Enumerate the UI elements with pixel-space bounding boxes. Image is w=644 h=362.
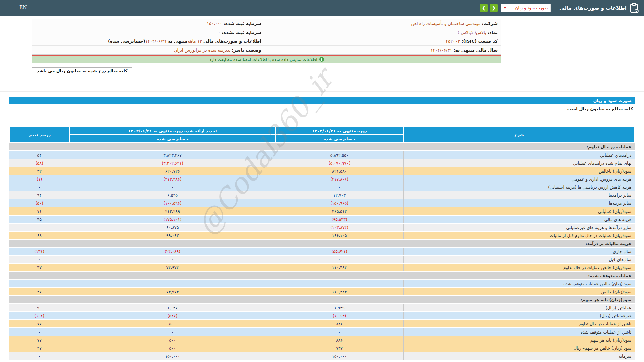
table-row: غیرعملیاتي (ریال)(۱,۰۶۳)(۵۲۷)(۱۰۲)	[9, 312, 635, 320]
row-label: سال‌های قبل	[403, 255, 635, 263]
restated-period-value: ۶۲۰,۷۲۶	[69, 167, 276, 175]
current-period-value: ۸۸۶	[276, 320, 403, 328]
previous-statement-button[interactable]: ❮	[480, 4, 488, 12]
info-icon: i	[319, 57, 324, 62]
restated-period-value: ۰	[69, 255, 276, 263]
current-period-value: ۱۵۰,۰۰۰	[276, 352, 403, 360]
change-percent-value: ۴۷	[9, 344, 69, 352]
section-label: هزینه مالیات بر درآمد:	[9, 239, 635, 247]
change-percent-value: ۴۷	[9, 263, 69, 272]
table-row: سایر درآمدها۱۲,۷۰۳۶,۵۴۵۹۴	[9, 191, 635, 199]
restated-period-value: ۰	[69, 183, 276, 191]
topbar: EN اطلاعات و صورت‌های مالی صورت سود و زی…	[0, 0, 644, 16]
current-period-value: ۱۶۶,۱۰۵	[276, 231, 403, 239]
income-statement-table: شرح دوره منتهی به ۱۴۰۴/۰۶/۳۱ تجدید ارائه…	[9, 126, 635, 360]
info-label: سرمایه ثبت شده:	[223, 21, 261, 26]
change-percent-value: ۳۲	[9, 167, 69, 175]
page-title: اطلاعات و صورت‌های مالی	[559, 5, 627, 11]
row-label: غیرعملیاتي (ریال)	[403, 312, 635, 320]
header-restated-period: تجدید ارائه شده دوره منتهی به ۱۴۰۳/۰۶/۳۱	[69, 127, 276, 135]
section-label: سود(زیان) پایه هر سهم:	[9, 296, 635, 304]
info-value: ۱۵۰,۰۰۰	[207, 21, 222, 26]
row-label: سود (زیان) خالص هر سهم– ریال	[403, 344, 635, 352]
header-current-period: دوره منتهی به ۱۴۰۴/۰۶/۳۱	[276, 127, 403, 135]
row-label: سایر هزینه‌ها	[403, 199, 635, 207]
row-label: سود (زیان) خالص عملیات متوقف شده	[403, 280, 635, 288]
table-row: سود(زیان) عملیاتي۳۶۵,۵۱۲۲۱۳,۲۸۹۷۱	[9, 207, 635, 215]
current-period-value: (۱۰۳,۸۷۴)	[276, 223, 403, 231]
table-row: عملیاتي (ریال)۱,۹۴۹۱,۰۲۷۹۰	[9, 304, 635, 312]
restated-period-value: ۲۱۳,۲۸۹	[69, 207, 276, 215]
current-period-value: ۱۱۰,۴۸۴	[276, 263, 403, 272]
row-label: سود(زیان) خالص عملیات در حال تداوم	[403, 263, 635, 272]
row-label: هزینه های مالی	[403, 215, 635, 223]
change-percent-value: (۵۰)	[9, 199, 69, 207]
restated-period-value: ۱,۰۲۷	[69, 304, 276, 312]
current-period-value: ۰	[276, 328, 403, 336]
restated-period-value: ۷۴,۹۷۴	[69, 288, 276, 296]
info-label: منتهی به	[168, 39, 187, 44]
current-period-value: ۷۳۷	[276, 344, 403, 352]
change-percent-value: ۰	[9, 280, 69, 288]
header-change-percent: درصد تغییر	[9, 127, 69, 143]
info-value: مهندسي ساختمان و تأسیسات راه آهن	[411, 21, 480, 26]
company-info-row: کد صنعت (ISIC):۴۵۲۰۰۲	[265, 37, 501, 46]
current-period-value: ۸۸۶	[276, 336, 403, 344]
section-label: عملیات متوقف شده:	[9, 272, 635, 280]
capital-info-row: اطلاعات و صورت‌های مالی ۱۲ ماهه منتهی به…	[32, 37, 265, 46]
amounts-note-box: کلیه مبالغ درج شده به میلیون ریال می باش…	[32, 67, 132, 74]
language-switch-en[interactable]: EN	[19, 5, 27, 11]
company-info-row: نماد:بالاس( ذبالاس )	[265, 28, 501, 37]
current-period-value: ۰	[276, 255, 403, 263]
table-row: هزینه های مالی(۹۵,۵۳۳)(۱۷۵,۱۰۱)۴۵	[9, 215, 635, 223]
change-percent-value: (۵۸)	[9, 159, 69, 167]
table-row: سایر هزینه‌ها(۱۵۰,۹۶۵)(۱۰۰,۵۹۶)(۵۰)	[9, 199, 635, 207]
change-percent-value: ۰	[9, 255, 69, 263]
current-period-value: ۱۲,۷۰۳	[276, 191, 403, 199]
statement-type-dropdown[interactable]: صورت سود و زیان ▾	[501, 4, 551, 12]
next-statement-button[interactable]: ❯	[490, 4, 498, 12]
current-period-value: (۹۵,۵۳۳)	[276, 215, 403, 223]
row-label: سود(زیان) عملیاتي	[403, 207, 635, 215]
change-percent-value: ۴۷	[9, 288, 69, 296]
table-row: سود (زیان) خالص عملیات متوقف شده۰۰۰	[9, 280, 635, 288]
table-row: سرمایه۱۵۰,۰۰۰۱۵۰,۰۰۰۰	[9, 352, 635, 360]
current-period-value: ۳۶۵,۵۱۲	[276, 207, 403, 215]
info-value: ۴۵۲۰۰۲	[446, 39, 460, 44]
restated-period-value: ۱۵۰,۰۰۰	[69, 352, 276, 360]
row-label: سود(زیان) ناخالص	[403, 167, 635, 175]
info-label: نماد:	[488, 30, 498, 35]
company-info-row: سال مالی منتهی به:۱۴۰۴/۰۶/۳۱	[265, 46, 501, 54]
current-period-value: ۸۲۱,۵۸۰	[276, 167, 403, 175]
table-row: هزینه کاهش ارزش دریافتنی ها (هزینه استثن…	[9, 183, 635, 191]
current-period-value: ۵,۸۹۲,۵۵۰	[276, 151, 403, 159]
current-period-value: (۳۱۷,۸۰۶)	[276, 175, 403, 183]
change-percent-value: ۰	[9, 328, 69, 336]
company-info-panel: شرکت:مهندسي ساختمان و تأسیسات راه آهنسرم…	[32, 19, 501, 55]
table-row: بهای تمام شده درآمدهای عملیاتی(۵,۰۷۰,۹۷۰…	[9, 159, 635, 167]
restated-period-value: (۱۰۰,۵۹۶)	[69, 199, 276, 207]
info-label: سرمایه ثبت نشده:	[222, 30, 261, 35]
restated-period-value: ۰	[69, 328, 276, 336]
change-percent-value: --	[9, 223, 69, 231]
restated-period-value: (۳,۲۰۲,۶۴۱)	[69, 159, 276, 167]
row-label: عملیاتي (ریال)	[403, 304, 635, 312]
clipboard-report-icon	[630, 3, 639, 13]
table-row: سود(زیان) پایه هر سهم۸۸۶۵۰۰۷۷	[9, 336, 635, 344]
change-percent-value: ۷۷	[9, 320, 69, 328]
change-percent-value: ۴۵	[9, 215, 69, 223]
row-label: درآمدهاي عملياتي	[403, 151, 635, 159]
restated-period-value: ۵۰۰	[69, 320, 276, 328]
section-separator	[0, 91, 644, 92]
info-label: شرکت:	[482, 21, 498, 26]
signed-match-text: اطلاعات نمایش داده شده با اطلاعات امضا ش…	[209, 57, 317, 62]
restated-period-value: ۰	[69, 280, 276, 288]
restated-period-value: ۶۰,۸۷۵	[69, 223, 276, 231]
info-value: ۰	[218, 30, 220, 35]
income-statement-section: صورت سود و زیان کلیه مبالغ به میلیون ریا…	[9, 97, 635, 360]
statement-unit-note: کلیه مبالغ به میلیون ریال است	[9, 104, 635, 114]
current-period-value: ۱,۹۴۹	[276, 304, 403, 312]
info-value: ۱۴۰۴/۰۶/۳۱	[431, 48, 452, 53]
restated-period-value: (۳۱۳,۳۸۶)	[69, 175, 276, 183]
table-row: سود (زیان) خالص هر سهم– ریال۷۳۷۵۰۰۴۷	[9, 344, 635, 352]
